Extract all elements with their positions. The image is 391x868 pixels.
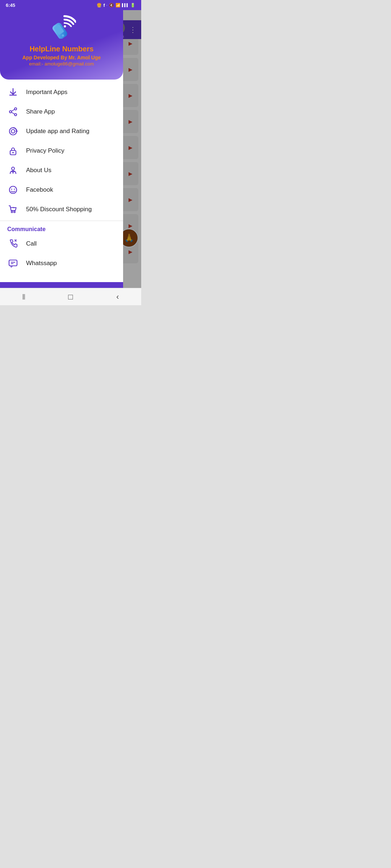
menu-divider: [0, 221, 123, 221]
svg-point-13: [12, 152, 14, 153]
status-bar: 6:45 🍔 f · 🔇 📶 ▌▌▌ 🔋: [0, 0, 141, 10]
menu-item-important-apps[interactable]: Important Apps: [0, 82, 123, 102]
status-dot: ·: [106, 3, 108, 7]
home-button[interactable]: □: [47, 292, 94, 302]
svg-point-5: [14, 114, 17, 116]
chat-icon: [7, 259, 19, 268]
status-time: 6:45: [6, 3, 15, 8]
communicate-section-title: Communicate: [0, 222, 123, 234]
navigation-drawer: HelpLine Numbers App Developed By Mr. Am…: [0, 0, 123, 305]
menu-label-share-app: Share App: [26, 108, 55, 115]
drawer-menu: Important Apps Share App: [0, 80, 123, 282]
svg-point-19: [14, 189, 15, 190]
svg-point-0: [64, 25, 66, 27]
cart-icon: %: [7, 205, 19, 214]
header-phone-icon: [45, 12, 78, 41]
smiley-icon: [7, 185, 19, 195]
svg-line-8: [12, 112, 14, 114]
status-facebook-icon: f: [103, 3, 105, 8]
svg-rect-23: [9, 260, 17, 266]
share-icon: [7, 107, 19, 116]
svg-point-4: [14, 108, 17, 110]
status-wifi-icon: 📶: [115, 3, 121, 8]
menu-item-privacy-policy[interactable]: Privacy Policy: [0, 141, 123, 161]
person-icon: [7, 166, 19, 175]
lock-icon: [7, 146, 19, 156]
back-icon: ‹: [116, 292, 119, 302]
phone-incoming-icon: [7, 239, 19, 248]
status-battery-icon: 🔋: [130, 3, 135, 8]
menu-item-whatsapp[interactable]: Whatssapp: [0, 254, 123, 273]
status-emoji1: 🍔: [97, 3, 102, 8]
svg-point-10: [11, 129, 15, 133]
drawer-app-title: HelpLine Numbers: [30, 45, 94, 53]
svg-point-21: [14, 211, 15, 213]
svg-point-6: [9, 111, 12, 113]
menu-item-share-app[interactable]: Share App: [0, 102, 123, 122]
recents-button[interactable]: ⦀: [0, 292, 47, 302]
status-mute-icon: 🔇: [109, 3, 114, 8]
menu-label-facebook: Facebook: [26, 186, 53, 193]
drawer-header: HelpLine Numbers App Developed By Mr. Am…: [0, 0, 123, 80]
menu-label-whatsapp: Whatssapp: [26, 260, 57, 267]
svg-point-20: [11, 211, 13, 213]
menu-item-about-us[interactable]: About Us: [0, 161, 123, 180]
status-signal-icon: ▌▌▌: [122, 3, 129, 7]
status-icons: 🍔 f · 🔇 📶 ▌▌▌ 🔋: [97, 3, 135, 8]
menu-label-privacy-policy: Privacy Policy: [26, 147, 64, 154]
bottom-nav-bar: ⦀ □ ‹: [0, 288, 141, 305]
download-icon: [7, 88, 19, 97]
svg-point-18: [11, 189, 12, 190]
menu-label-call: Call: [26, 240, 37, 247]
drawer-developer-subtitle: App Developed By Mr. Amol Uge: [22, 55, 101, 60]
menu-label-about-us: About Us: [26, 167, 51, 174]
menu-label-update-rating: Update app and Rating: [26, 128, 89, 135]
svg-text:%: %: [13, 207, 15, 209]
svg-point-14: [12, 167, 14, 170]
recents-icon: ⦀: [22, 292, 25, 302]
drawer-email: email:- amoluge86@gmail.com: [29, 61, 94, 67]
menu-label-important-apps: Important Apps: [26, 89, 67, 96]
menu-item-update-rating[interactable]: Update app and Rating: [0, 122, 123, 141]
menu-item-facebook[interactable]: Facebook: [0, 180, 123, 200]
update-circle-icon: [7, 127, 19, 136]
menu-item-discount-shopping[interactable]: % 50% Discount Shopping: [0, 200, 123, 219]
menu-item-call[interactable]: Call: [0, 234, 123, 254]
svg-line-7: [12, 110, 14, 111]
back-button[interactable]: ‹: [94, 292, 141, 302]
home-icon: □: [68, 292, 73, 302]
menu-label-discount-shopping: 50% Discount Shopping: [26, 206, 92, 213]
svg-point-17: [9, 186, 17, 193]
